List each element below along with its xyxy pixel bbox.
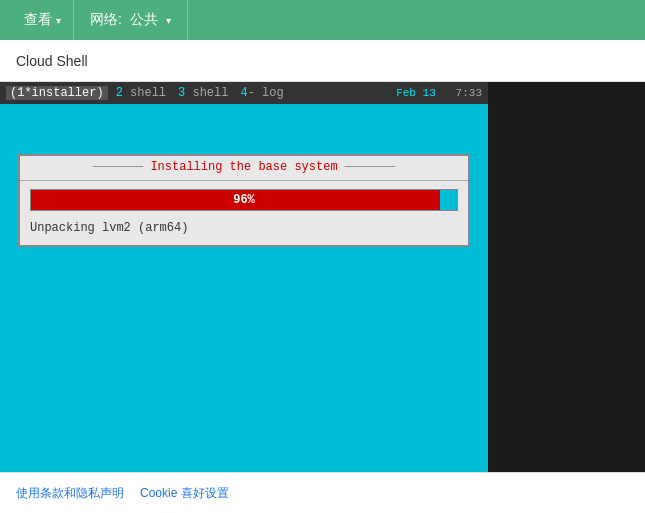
network-value: 公共 (130, 11, 158, 29)
tab-shell-2[interactable]: 2 shell (112, 86, 170, 100)
term-time: Feb 13 7:33 (396, 87, 482, 99)
progress-wrapper (31, 190, 457, 210)
term-date: Feb 13 (396, 87, 436, 99)
right-panel (488, 82, 645, 472)
dialog-body: 96% Unpacking lvm2 (arm64) (20, 181, 468, 245)
view-label: 查看 (24, 11, 52, 29)
footer: 使用条款和隐私声明 Cookie 喜好设置 (0, 472, 645, 513)
terms-link[interactable]: 使用条款和隐私声明 (16, 485, 124, 502)
toolbar: 查看 ▾ 网络: 公共 ▾ (0, 0, 645, 40)
term-time-value: 7:33 (456, 87, 482, 99)
install-dialog: Installing the base system 96% Unpacking… (18, 154, 470, 247)
term-tab-bar: (1*installer) 2 shell 3 shell 4- log Feb… (0, 82, 488, 104)
progress-bar-fill (31, 190, 440, 210)
network-selector[interactable]: 网络: 公共 ▾ (74, 0, 188, 40)
tab-installer[interactable]: (1*installer) (6, 86, 108, 100)
term-content: Installing the base system 96% Unpacking… (0, 104, 488, 472)
progress-bar-remainder (440, 190, 457, 210)
cookie-link[interactable]: Cookie 喜好设置 (140, 485, 229, 502)
network-chevron-icon: ▾ (166, 15, 171, 26)
tab-log-4[interactable]: 4- log (236, 86, 287, 100)
terminal-panel[interactable]: (1*installer) 2 shell 3 shell 4- log Feb… (0, 82, 488, 472)
tab-shell-3[interactable]: 3 shell (174, 86, 232, 100)
dialog-title: Installing the base system (20, 156, 468, 181)
view-chevron-icon: ▾ (56, 15, 61, 26)
terminal-wrapper: (1*installer) 2 shell 3 shell 4- log Feb… (0, 82, 645, 472)
network-prefix: 网络: (90, 11, 122, 29)
dialog-status-text: Unpacking lvm2 (arm64) (30, 219, 458, 237)
progress-bar-container: 96% (30, 189, 458, 211)
page-title: Cloud Shell (16, 53, 88, 69)
title-bar: Cloud Shell (0, 40, 645, 82)
tab-list: (1*installer) 2 shell 3 shell 4- log (6, 86, 288, 100)
view-button[interactable]: 查看 ▾ (12, 0, 74, 40)
